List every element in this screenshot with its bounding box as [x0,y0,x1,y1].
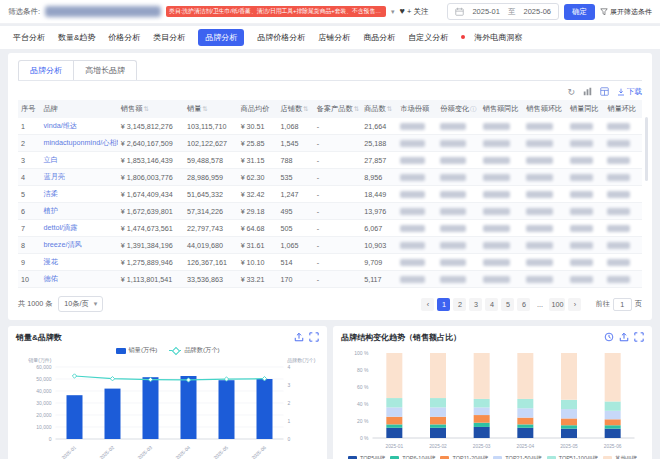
blurred-value [570,157,593,164]
legend-item-bar[interactable]: 销量(万件) [116,346,158,355]
info-icon[interactable]: ⓘ [470,105,477,112]
brand-link[interactable]: breeze/清风 [43,240,81,249]
cell-blurred [397,118,437,135]
main-tab-10[interactable]: 海外电商洞察 [474,32,522,43]
blurred-value [440,242,466,249]
column-header-6[interactable]: 备案产品数⇅ [314,100,361,118]
chevron-down-icon[interactable]: ▾ [391,8,395,16]
column-settings-icon[interactable] [600,87,609,96]
cell-avg-price: ¥ 10.10 [238,254,278,271]
sort-icon[interactable]: ⇅ [143,105,148,112]
page-button-3[interactable]: 3 [469,298,482,311]
page-button-2[interactable]: 2 [453,298,466,311]
brand-link[interactable]: 漫花 [43,257,57,266]
brand-link[interactable]: dettol/滴露 [43,223,77,232]
page-button-6[interactable]: 6 [517,298,530,311]
page-ellipsis[interactable]: ... [533,298,546,311]
brand-link[interactable]: 立白 [43,155,57,164]
main-tab-8[interactable]: 自定义分析 [408,32,448,43]
cell-blurred [523,135,567,152]
date-start[interactable]: 2025-01 [472,7,500,16]
main-tab-3[interactable]: 类目分析 [153,32,185,43]
cell-products: 9,709 [361,254,397,271]
cell-blurred [523,237,567,254]
svg-text:2025-05: 2025-05 [213,445,230,459]
blurred-value [440,208,466,215]
date-range-picker[interactable]: 2025-01 至 2025-06 [447,3,559,20]
blurred-value [440,225,466,232]
brand-link[interactable]: vinda/维达 [43,121,77,130]
prev-page-button[interactable]: ‹ [421,298,434,311]
brand: vinda/维达 [40,118,117,135]
blurred-value [570,242,593,249]
column-header-2[interactable]: 销售额⇅ [118,100,184,118]
brand-link[interactable]: 洁柔 [43,189,57,198]
svg-text:3: 3 [288,382,291,388]
main-tab-2[interactable]: 价格分析 [108,32,140,43]
legend-item[interactable]: TOP21-50品牌 [493,455,541,459]
legend-item[interactable]: TOP5品牌 [348,455,385,459]
legend-item[interactable]: TOP11-20品牌 [440,455,488,459]
page-size-select[interactable]: 10条/页 ▾ [58,296,103,312]
export-icon[interactable] [619,332,629,342]
category-filter-tag[interactable]: 类目:洗护清洁剂/卫生巾/纸/香薰、清洁/日用工具+排除尾货商品+套装、不含预售… [166,6,386,17]
cell-sales: ¥ 2,640,167,509 [118,135,184,152]
legend-item[interactable]: 其他品牌 [603,455,637,459]
legend-item[interactable]: TOP51-100品牌 [547,455,598,459]
page-button-1[interactable]: 1 [437,298,450,311]
history-clock-icon[interactable] [604,332,614,342]
table-scrollbar[interactable] [645,117,648,181]
table-row: 5洁柔¥ 1,674,409,43451,645,332¥ 32.421,247… [18,186,642,203]
column-header-7[interactable]: 商品数⇅ [361,100,397,118]
legend-item-line[interactable]: 品牌数(万个) [169,346,219,355]
page-button-100[interactable]: 100 [549,298,565,311]
column-header-3[interactable]: 销量⇅ [184,100,238,118]
cell-avg-price: ¥ 30.51 [238,118,278,135]
blurred-value [483,157,510,164]
chart-view-icon[interactable] [583,87,592,96]
blurred-value [607,123,630,130]
goto-page: 前往 页 [595,298,642,311]
filter-selected-blurred[interactable] [45,6,161,17]
goto-page-input[interactable] [613,298,632,311]
fullscreen-icon[interactable] [634,332,644,342]
cell-blurred [437,135,479,152]
sort-icon[interactable]: ⇅ [387,105,392,112]
download-label: 下载 [627,87,642,97]
expand-filters-link[interactable]: 展开筛选条件 [600,7,652,17]
next-page-button[interactable]: › [568,298,581,311]
brand-link[interactable]: 德佑 [43,274,57,283]
page-button-4[interactable]: 4 [485,298,498,311]
legend-item[interactable]: TOP6-10品牌 [390,455,435,459]
blurred-value [526,140,553,147]
sort-icon[interactable]: ⇅ [202,105,207,112]
blurred-value [526,276,553,283]
cell-blurred [397,237,437,254]
main-tab-7[interactable]: 商品分析 [363,32,395,43]
date-end[interactable]: 2025-06 [523,7,551,16]
column-header-5[interactable]: 店铺数⇅ [278,100,314,118]
sort-icon[interactable]: ⇅ [303,105,308,112]
sort-icon[interactable]: ⇅ [354,105,359,112]
main-tab-1[interactable]: 数量&趋势 [58,32,95,43]
analytics-dashboard: 筛选条件: 类目:洗护清洁剂/卫生巾/纸/香薰、清洁/日用工具+排除尾货商品+套… [0,0,660,459]
brand-link[interactable]: mindactuponmind/心相印 [43,138,117,147]
main-tab-4[interactable]: 品牌分析 [198,29,244,46]
chart-title: 销量&品牌数 [16,332,319,343]
confirm-button[interactable]: 确定 [564,4,595,20]
sub-tab-0[interactable]: 品牌分析 [18,60,74,80]
main-tab-5[interactable]: 品牌价格分析 [257,32,305,43]
page-button-5[interactable]: 5 [501,298,514,311]
main-tab-6[interactable]: 店铺分析 [318,32,350,43]
brand-link[interactable]: 植护 [43,206,57,215]
fullscreen-icon[interactable] [309,332,319,342]
svg-text:100 %: 100 % [354,350,369,356]
follow-button[interactable]: ♥ + 关注 [400,7,429,17]
main-tab-0[interactable]: 平台分析 [13,32,45,43]
download-button[interactable]: 下载 [617,87,642,97]
sub-tab-1[interactable]: 高增长品牌 [74,60,137,80]
brand-link[interactable]: 蓝月亮 [43,172,65,181]
refresh-icon[interactable]: ↻ [567,87,575,97]
export-icon[interactable] [294,332,304,342]
date-to-label: 至 [508,7,516,17]
